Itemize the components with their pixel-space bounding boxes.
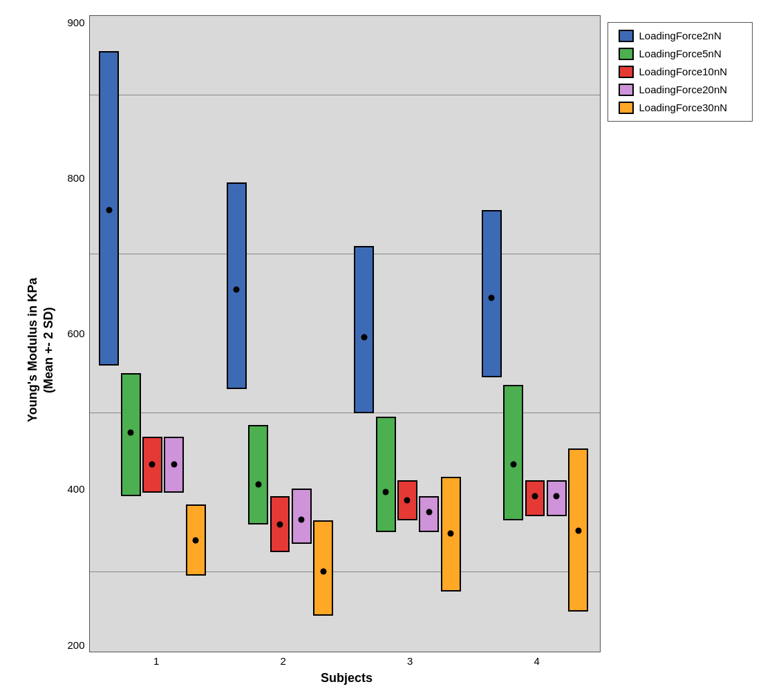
y-tick-200: 200 <box>67 639 84 651</box>
mean-dot-2-2 <box>404 498 411 504</box>
grid-line-800 <box>90 95 600 95</box>
bar-group-0-bar-4 <box>186 504 206 576</box>
bar-group-2-bar-3 <box>419 496 439 532</box>
legend-item-2: LoadingForce10nN <box>619 66 742 78</box>
y-axis-label: Young's Modulus in KPa(Mean +- 2 SD) <box>20 15 62 685</box>
y-tick-600: 600 <box>67 328 84 339</box>
mean-dot-2-4 <box>448 531 454 537</box>
legend-label-2: LoadingForce10nN <box>639 66 728 77</box>
grid-line-200 <box>90 571 600 572</box>
y-axis-ticks: 900 800 600 400 200 <box>62 15 89 652</box>
x-tick-1: 1 <box>153 655 159 667</box>
legend-item-0: LoadingForce2nN <box>619 30 742 42</box>
y-tick-800: 800 <box>67 172 84 184</box>
mean-dot-0-2 <box>149 462 156 468</box>
x-axis-label: Subjects <box>93 671 601 685</box>
bar-group-1-bar-1 <box>248 425 268 524</box>
mean-dot-3-0 <box>489 294 495 301</box>
y-tick-900: 900 <box>67 17 84 28</box>
legend-color-0 <box>619 30 634 42</box>
bar-group-0-bar-2 <box>142 437 162 493</box>
bar-group-2-bar-1 <box>376 417 396 532</box>
mean-dot-2-1 <box>383 489 389 495</box>
legend-color-1 <box>619 48 634 60</box>
mean-dot-2-3 <box>426 509 432 515</box>
bar-group-1-bar-3 <box>292 489 312 545</box>
bar-group-1-bar-0 <box>227 182 247 389</box>
bar-group-0-bar-3 <box>164 437 184 493</box>
mean-dot-2-0 <box>361 334 367 341</box>
bar-group-0-bar-1 <box>121 373 141 496</box>
legend: LoadingForce2nNLoadingForce5nNLoadingFor… <box>608 22 753 122</box>
bar-group-1-bar-2 <box>270 496 290 552</box>
bar-group-3-bar-2 <box>525 480 545 516</box>
plot-area <box>89 15 601 652</box>
mean-dot-3-4 <box>575 527 581 533</box>
mean-dot-0-3 <box>171 462 177 468</box>
bar-group-1-bar-4 <box>313 520 333 616</box>
mean-dot-0-0 <box>106 207 112 214</box>
grid-line-600 <box>90 254 600 254</box>
legend-item-1: LoadingForce5nN <box>619 48 742 60</box>
legend-label-0: LoadingForce2nN <box>639 30 722 41</box>
mean-dot-0-1 <box>128 430 134 436</box>
mean-dot-1-1 <box>255 481 261 487</box>
mean-dot-3-2 <box>531 493 538 500</box>
legend-color-4 <box>619 102 634 114</box>
x-tick-3: 3 <box>407 655 413 667</box>
legend-color-3 <box>619 84 634 96</box>
bar-group-2-bar-2 <box>397 480 417 520</box>
legend-item-4: LoadingForce30nN <box>619 102 742 114</box>
mean-dot-1-0 <box>234 287 240 293</box>
mean-dot-0-4 <box>193 537 199 543</box>
legend-label-4: LoadingForce30nN <box>639 102 728 113</box>
legend-color-2 <box>619 66 634 78</box>
bar-group-2-bar-4 <box>441 477 461 592</box>
bar-group-0-bar-0 <box>99 51 119 365</box>
bar-group-3-bar-0 <box>482 210 502 377</box>
mean-dot-3-3 <box>554 493 560 500</box>
bar-group-3-bar-4 <box>568 448 588 612</box>
legend-label-1: LoadingForce5nN <box>639 48 722 59</box>
bar-group-3-bar-1 <box>503 385 523 520</box>
x-tick-4: 4 <box>534 655 540 667</box>
legend-item-3: LoadingForce20nN <box>619 84 742 96</box>
bar-group-2-bar-0 <box>354 246 374 413</box>
mean-dot-1-3 <box>299 517 305 523</box>
mean-dot-1-4 <box>320 569 326 575</box>
chart-container: Young's Modulus in KPa(Mean +- 2 SD) 900… <box>20 15 753 685</box>
mean-dot-1-2 <box>276 521 283 527</box>
x-tick-2: 2 <box>281 655 286 667</box>
bar-group-3-bar-3 <box>547 480 567 516</box>
y-tick-400: 400 <box>67 483 84 495</box>
legend-label-3: LoadingForce20nN <box>639 84 728 95</box>
mean-dot-3-1 <box>510 461 516 467</box>
